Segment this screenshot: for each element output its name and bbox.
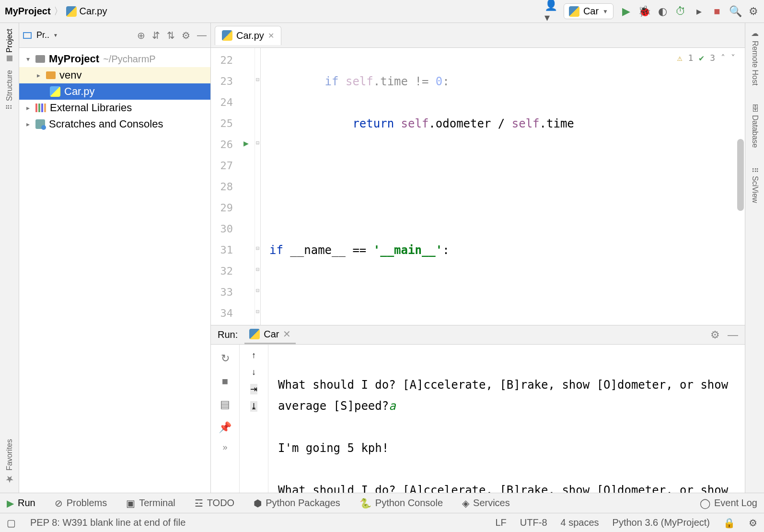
navbar-toolbar: 👤▾ Car ▶ 🐞 ◐ ⏱ ▸ ■ 🔍 ⚙ <box>545 3 759 19</box>
python-file-icon <box>222 30 232 41</box>
bottom-tool-bar: ▶Run ⊘Problems ▣Terminal ☲TODO ⬢Python P… <box>0 493 764 513</box>
scroll-end-icon[interactable]: ⤓ <box>250 401 257 412</box>
tool-database[interactable]: 🗄Database <box>751 104 759 148</box>
editor-tab-bar: Car.py ✕ <box>211 23 745 48</box>
folder-icon <box>46 71 56 79</box>
folder-icon <box>35 55 45 63</box>
left-tool-strip: Project ⠿Structure ★Favorites <box>0 23 19 493</box>
more-run-icon[interactable]: ▸ <box>693 6 705 17</box>
python-icon <box>569 6 579 17</box>
search-icon[interactable]: 🔍 <box>729 6 741 17</box>
run-tab-car[interactable]: Car ✕ <box>244 325 296 344</box>
gear-icon[interactable]: ⚙ <box>710 329 720 341</box>
editor-tab-car[interactable]: Car.py ✕ <box>215 26 281 45</box>
library-icon <box>35 104 46 112</box>
run-config-selector[interactable]: Car <box>564 3 614 19</box>
editor: Car.py ✕ 222324 252627 282930 313233 34 … <box>211 23 745 493</box>
bottom-pyconsole[interactable]: 🐍Python Console <box>359 497 443 509</box>
run-title: Run: <box>218 329 238 340</box>
tool-favorites[interactable]: ★Favorites <box>4 439 15 485</box>
line-number-gutter[interactable]: 222324 252627 282930 313233 34 <box>211 48 238 325</box>
breadcrumb-file[interactable]: Car.py <box>80 6 107 17</box>
tree-external-libs[interactable]: External Libraries <box>19 100 210 116</box>
soft-wrap-icon[interactable]: ⇥ <box>250 384 257 394</box>
run-config-name: Car <box>583 6 599 17</box>
python-file-icon <box>66 6 77 17</box>
gear-icon[interactable]: ⚙ <box>182 30 190 41</box>
more-icon[interactable]: » <box>222 442 227 452</box>
rerun-icon[interactable]: ↻ <box>217 350 233 367</box>
navbar: MyProject 〉 Car.py 👤▾ Car ▶ 🐞 ◐ ⏱ ▸ ■ 🔍 … <box>0 0 764 23</box>
gutter-icons[interactable]: ▶ <box>238 48 255 325</box>
user-icon[interactable]: 👤▾ <box>545 6 557 17</box>
project-view-icon <box>23 32 32 39</box>
project-panel: Pr.. ⊕ ⇵ ⇅ ⚙ — MyProject ~/PycharmP venv <box>19 23 211 493</box>
tool-remote-host[interactable]: ☁Remote Host <box>750 29 759 85</box>
tree-venv[interactable]: venv <box>19 67 210 83</box>
editor-body[interactable]: 222324 252627 282930 313233 34 ▶ ⊟⊟ ⊟⊟⊟⊟… <box>211 48 745 325</box>
close-icon[interactable]: ✕ <box>268 31 274 40</box>
breadcrumb-separator-icon: 〉 <box>54 5 63 18</box>
minimize-icon[interactable]: — <box>197 30 207 41</box>
debug-icon[interactable]: 🐞 <box>638 6 650 17</box>
warning-icon[interactable]: ⚠ <box>677 53 683 63</box>
bottom-pypkg[interactable]: ⬢Python Packages <box>254 497 340 509</box>
profile-icon[interactable]: ⏱ <box>675 6 686 17</box>
tree-root[interactable]: MyProject ~/PycharmP <box>19 51 210 67</box>
bottom-todo[interactable]: ☲TODO <box>195 497 234 509</box>
stop-icon[interactable]: ■ <box>711 6 723 17</box>
project-panel-title[interactable]: Pr.. <box>36 30 58 40</box>
run-gutter-icon[interactable]: ▶ <box>243 138 249 148</box>
pin-icon[interactable]: 📌 <box>217 419 233 436</box>
tree-car-file[interactable]: Car.py <box>19 83 210 100</box>
status-bar: ▢ PEP 8: W391 blank line at end of file … <box>0 513 764 532</box>
next-highlight-icon[interactable]: ˅ <box>731 53 735 63</box>
bottom-eventlog[interactable]: ◯Event Log <box>700 497 757 509</box>
bottom-terminal[interactable]: ▣Terminal <box>126 497 175 509</box>
status-eol[interactable]: LF <box>496 517 507 528</box>
collapse-icon[interactable]: ⇅ <box>167 30 175 41</box>
tool-structure[interactable]: ⠿Structure <box>5 70 14 110</box>
project-panel-header: Pr.. ⊕ ⇵ ⇅ ⚙ — <box>19 23 210 48</box>
locate-icon[interactable]: ⊕ <box>137 30 145 41</box>
status-message[interactable]: PEP 8: W391 blank line at end of file <box>30 517 185 528</box>
tree-scratches[interactable]: Scratches and Consoles <box>19 116 210 132</box>
down-icon[interactable]: ↓ <box>252 367 256 377</box>
settings-icon[interactable]: ⚙ <box>748 6 759 17</box>
check-icon[interactable]: ✔ <box>699 53 704 63</box>
vertical-scrollbar[interactable] <box>737 139 744 211</box>
code-area[interactable]: if self.time != 0: return self.odometer … <box>261 48 745 325</box>
up-icon[interactable]: ↑ <box>252 350 256 360</box>
tool-project[interactable]: Project <box>5 29 14 61</box>
status-interpreter[interactable]: Python 3.6 (MyProject) <box>613 517 710 528</box>
python-icon <box>249 329 260 339</box>
run-icon[interactable]: ▶ <box>620 6 632 17</box>
close-icon[interactable]: ✕ <box>283 328 291 340</box>
status-encoding[interactable]: UTF-8 <box>520 517 547 528</box>
python-file-icon <box>50 86 60 97</box>
breadcrumb[interactable]: MyProject 〉 Car.py <box>5 5 107 18</box>
bottom-run[interactable]: ▶Run <box>7 497 35 509</box>
right-tool-strip: ☁Remote Host 🗄Database ⠿SciView <box>745 23 764 493</box>
project-tree[interactable]: MyProject ~/PycharmP venv Car.py Externa… <box>19 48 210 135</box>
bottom-problems[interactable]: ⊘Problems <box>55 497 107 509</box>
bottom-services[interactable]: ◈Services <box>462 497 510 509</box>
prev-highlight-icon[interactable]: ˄ <box>721 53 725 63</box>
inspection-badges[interactable]: ⚠1 ✔3 ˄ ˅ <box>677 53 735 63</box>
run-panel: Run: Car ✕ ⚙ — ↻ ■ ▤ 📌 » <box>211 325 745 493</box>
coverage-icon[interactable]: ◐ <box>657 6 668 17</box>
scratches-icon <box>35 119 45 129</box>
tool-sciview[interactable]: ⠿SciView <box>750 167 759 203</box>
expand-icon[interactable]: ⇵ <box>152 30 160 41</box>
layout-icon[interactable]: ▤ <box>217 396 233 413</box>
ide-settings-icon[interactable]: ⚙ <box>749 517 757 529</box>
lock-icon[interactable]: 🔒 <box>723 517 735 529</box>
minimize-icon[interactable]: — <box>728 329 738 341</box>
status-indent[interactable]: 4 spaces <box>561 517 599 528</box>
windows-icon[interactable]: ▢ <box>7 517 16 529</box>
breadcrumb-project[interactable]: MyProject <box>5 6 51 17</box>
stop-icon[interactable]: ■ <box>217 373 233 390</box>
fold-gutter[interactable]: ⊟⊟ ⊟⊟⊟⊟ <box>255 48 261 325</box>
